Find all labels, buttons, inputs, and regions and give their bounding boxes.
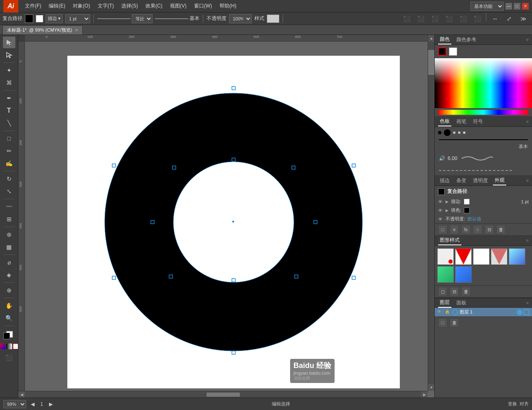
layers-new-button[interactable]: □ — [438, 318, 447, 327]
horizontal-scrollbar[interactable]: ◀ ▶ — [18, 391, 428, 398]
layers-tab[interactable]: 图层 — [438, 298, 451, 308]
h-scroll-track[interactable] — [25, 393, 421, 397]
next-page-button[interactable]: ▶ — [48, 401, 54, 407]
stroke-dropdown-btn[interactable]: 描边 ▾ — [46, 14, 63, 23]
align-center-icon[interactable]: ⬛ — [414, 13, 427, 25]
scroll-right-button[interactable]: ▶ — [421, 391, 428, 398]
align-middle-icon[interactable]: ⬛ — [457, 13, 469, 25]
stroke-weight-select[interactable]: 1 pt — [65, 14, 90, 23]
pencil-tool[interactable]: ✍ — [3, 158, 15, 169]
style-thumb-2[interactable] — [455, 248, 472, 265]
style-preview[interactable] — [267, 15, 279, 23]
style-thumb-1[interactable] — [437, 248, 454, 265]
more-icon[interactable]: ≫ — [517, 13, 530, 25]
brush-square-1[interactable] — [458, 131, 461, 134]
minimize-button[interactable]: — — [505, 3, 512, 10]
stroke-color-swatch[interactable] — [449, 47, 457, 56]
brush-dot-3[interactable] — [453, 131, 456, 134]
zoom-select[interactable]: 99% — [3, 400, 26, 408]
graphic-styles-menu[interactable]: ≡ — [526, 238, 529, 243]
none-button[interactable] — [13, 343, 19, 349]
zoom-tool[interactable]: 🔍 — [3, 312, 15, 324]
close-button[interactable]: ✕ — [522, 3, 529, 10]
style-thumb-6[interactable] — [437, 266, 454, 283]
transform-icon[interactable]: ↔ — [489, 13, 501, 25]
stroke-expand-arrow[interactable]: ▶ — [446, 200, 448, 204]
style-thumb-7[interactable] — [455, 266, 472, 283]
brush-square-2[interactable] — [463, 131, 466, 134]
change-screen-mode[interactable]: ⬛ — [3, 352, 15, 363]
vertical-scrollbar[interactable]: ▲ ▼ — [428, 35, 434, 391]
menu-help[interactable]: 帮助(H) — [216, 1, 240, 11]
fill-color-swatch[interactable] — [438, 47, 446, 56]
opacity-select[interactable]: 100% — [229, 14, 252, 23]
line-tool[interactable]: ╲ — [3, 117, 15, 129]
opacity-appear-value[interactable]: 默认值 — [468, 216, 481, 222]
menu-file[interactable]: 文件(F) — [22, 1, 44, 11]
transform-status-label[interactable]: 变换 — [508, 401, 517, 407]
add-new-fill-button[interactable]: ≡ — [450, 225, 459, 234]
active-tab[interactable]: 未标题-1* @ 99% (CMYK/预览) ✕ — [2, 25, 83, 35]
stroke-swatch[interactable] — [36, 15, 43, 22]
donut-shape[interactable] — [92, 81, 375, 363]
layer-select-icon[interactable] — [524, 309, 530, 315]
free-transform-tool[interactable]: ⊞ — [3, 213, 15, 225]
workspace-select[interactable]: 基本功能 — [470, 2, 504, 11]
style-thumb-4[interactable] — [491, 248, 507, 265]
gradient-button[interactable] — [6, 343, 12, 349]
swatches-tab[interactable]: 色板 — [438, 117, 451, 126]
menu-effect[interactable]: 效果(C) — [142, 1, 166, 11]
fill-expand-arrow[interactable]: ▶ — [446, 208, 448, 212]
menu-view[interactable]: 视图(V) — [167, 1, 190, 11]
layer-1-lock[interactable]: 🔒 — [445, 309, 451, 315]
stroke-appear-swatch[interactable] — [464, 199, 470, 205]
fill-swatch[interactable] — [25, 15, 33, 23]
brush-dot-2[interactable] — [444, 129, 451, 136]
fill-appear-swatch[interactable] — [464, 207, 470, 213]
lasso-tool[interactable]: ⌘ — [3, 77, 15, 89]
stroke-panel-menu[interactable]: ≡ — [526, 119, 529, 124]
graphic-styles-tab[interactable]: 图形样式 — [438, 236, 461, 245]
fx-button[interactable]: fx — [461, 225, 470, 234]
rectangle-tool[interactable]: □ — [3, 133, 15, 144]
brush-tab[interactable]: 画笔 — [455, 117, 468, 126]
slice-tool[interactable]: ⊕ — [3, 284, 15, 296]
menu-window[interactable]: 窗口(W) — [191, 1, 215, 11]
menu-object[interactable]: 对象(O) — [69, 1, 93, 11]
eyedropper-tool[interactable]: ⌀ — [3, 257, 15, 268]
scroll-down-button[interactable]: ▼ — [428, 384, 434, 391]
color-tab[interactable]: 颜色 — [438, 35, 451, 44]
boards-tab[interactable]: 面板 — [455, 299, 468, 307]
opacity-tab[interactable]: 透明度 — [471, 176, 490, 185]
align-top-icon[interactable]: ⬛ — [443, 13, 455, 25]
canvas-area[interactable]: 0 100 200 300 400 500 600 700 0 100 200 … — [18, 35, 434, 398]
scale-tool[interactable]: ⤡ — [3, 185, 15, 197]
direct-selection-tool[interactable] — [3, 49, 15, 61]
tab-close-button[interactable]: ✕ — [75, 28, 78, 32]
align-bottom-icon[interactable]: ⬛ — [471, 13, 483, 25]
color-gradient-picker[interactable] — [435, 58, 532, 108]
column-graph-tool[interactable]: ▦ — [3, 241, 15, 253]
layer-target-icon[interactable] — [517, 309, 522, 315]
magic-wand-tool[interactable]: ✦ — [3, 64, 15, 76]
layer-1-row[interactable]: 👁 🔒 图层 1 — [435, 308, 532, 316]
appearance-panel-menu[interactable]: ≡ — [526, 178, 529, 183]
menu-select[interactable]: 选择(S) — [118, 1, 141, 11]
fill-visibility-eye[interactable]: 👁 — [438, 208, 443, 213]
pen-tool[interactable]: ✒ — [3, 92, 15, 104]
hand-tool[interactable]: ✋ — [3, 300, 15, 311]
align-status-label[interactable]: 对齐 — [520, 401, 529, 407]
gs-merge-button[interactable]: ⊟ — [450, 287, 459, 296]
desc-tab[interactable]: 描边 — [438, 176, 451, 185]
arrange-icon[interactable]: ⤢ — [503, 13, 515, 25]
align-left-icon[interactable]: ⬛ — [400, 13, 413, 25]
menu-edit[interactable]: 编辑(E) — [45, 1, 69, 11]
align-right-icon[interactable]: ⬛ — [429, 13, 441, 25]
fill-color-box[interactable] — [3, 333, 10, 339]
v-scroll-thumb[interactable] — [428, 50, 434, 75]
rotate-tool[interactable]: ↻ — [3, 173, 15, 185]
warp-tool[interactable]: 〰 — [3, 201, 15, 212]
opacity-visibility-eye[interactable]: 👁 — [438, 217, 443, 222]
symbol-sprayer-tool[interactable]: ⊛ — [3, 229, 15, 240]
scroll-left-button[interactable]: ◀ — [18, 391, 25, 398]
